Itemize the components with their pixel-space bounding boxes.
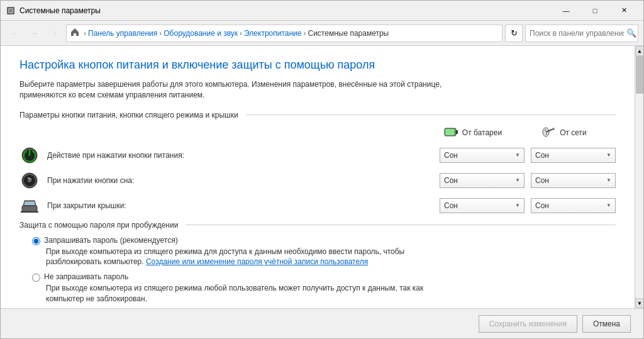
breadcrumb-control-panel[interactable]: Панель управления <box>88 29 157 38</box>
lid-close-label: При закрытии крышки: <box>47 201 440 210</box>
power-button-dropdowns: Сон ▼ Сон ▼ <box>440 148 616 163</box>
cancel-button[interactable]: Отмена <box>582 315 631 333</box>
lid-close-ac-dropdown[interactable]: Сон ▼ <box>531 198 616 213</box>
no-password-text: Не запрашивать пароль <box>44 272 128 281</box>
section2-label: Защита с помощью пароля при пробуждении <box>19 221 616 230</box>
main-area: Настройка кнопок питания и включение защ… <box>1 46 643 308</box>
scrollbar: ▲ ▼ <box>635 46 643 308</box>
content-area: Настройка кнопок питания и включение защ… <box>1 46 635 308</box>
window-icon <box>6 6 16 16</box>
dropdown-arrow: ▼ <box>515 152 520 158</box>
address-bar: ← → ↑ › Панель управления › Оборудование… <box>1 21 643 46</box>
power-button-icon <box>19 145 40 165</box>
dropdown-arrow: ▼ <box>606 152 611 158</box>
forward-button[interactable]: → <box>26 25 43 42</box>
sleep-button-icon <box>19 170 40 191</box>
ask-password-radio[interactable] <box>32 237 40 245</box>
close-button[interactable]: ✕ <box>609 1 638 21</box>
minimize-button[interactable]: — <box>552 1 580 21</box>
breadcrumb-current: Системные параметры <box>308 29 389 38</box>
no-password-label[interactable]: Не запрашивать пароль <box>32 272 616 282</box>
page-description: Выберите параметры завершения работы для… <box>19 79 472 101</box>
window: Системные параметры — □ ✕ ← → ↑ › Панель… <box>0 0 644 339</box>
refresh-button[interactable]: ↻ <box>505 25 523 42</box>
power-table-header: От батареи От сети <box>19 126 616 140</box>
search-box: 🔍 <box>525 25 638 42</box>
breadcrumb-bar: › Панель управления › Оборудование и зву… <box>66 25 502 42</box>
svg-rect-16 <box>22 206 37 212</box>
sleep-button-ac-dropdown[interactable]: Сон ▼ <box>531 173 616 188</box>
title-bar: Системные параметры — □ ✕ <box>1 1 643 21</box>
dropdown-arrow: ▼ <box>606 177 611 183</box>
ask-password-text: Запрашивать пароль (рекомендуется) <box>44 236 178 245</box>
window-controls: — □ ✕ <box>552 1 638 21</box>
power-button-battery-dropdown[interactable]: Сон ▼ <box>440 148 525 163</box>
ask-password-option: Запрашивать пароль (рекомендуется) При в… <box>32 236 616 268</box>
up-button[interactable]: ↑ <box>46 25 64 42</box>
scrollbar-thumb[interactable] <box>636 56 643 94</box>
lid-close-icon <box>19 196 40 216</box>
svg-rect-5 <box>445 129 454 135</box>
svg-point-15 <box>28 179 31 182</box>
bottom-bar: Сохранить изменения Отмена <box>1 308 643 338</box>
battery-icon <box>443 126 458 140</box>
ac-column-header: От сети <box>518 126 609 140</box>
svg-point-8 <box>552 128 555 130</box>
breadcrumb-home-icon <box>70 28 79 38</box>
power-button-row: Действие при нажатии кнопки питания: Сон… <box>19 145 616 165</box>
lid-close-dropdowns: Сон ▼ Сон ▼ <box>440 198 616 213</box>
lid-close-row: При закрытии крышки: Сон ▼ Сон ▼ <box>19 196 616 216</box>
sleep-button-battery-dropdown[interactable]: Сон ▼ <box>440 173 525 188</box>
section1-label: Параметры кнопки питания, кнопки спящего… <box>19 111 616 119</box>
scrollbar-track <box>635 56 643 298</box>
power-button-ac-dropdown[interactable]: Сон ▼ <box>531 148 616 163</box>
back-button[interactable]: ← <box>6 25 23 42</box>
svg-rect-4 <box>456 130 458 134</box>
no-password-desc: При выходе компьютера из спящего режима … <box>46 283 461 304</box>
ac-power-icon <box>541 126 556 140</box>
search-icon: 🔍 <box>626 28 636 38</box>
dropdown-arrow: ▼ <box>606 203 611 208</box>
scroll-up-button[interactable]: ▲ <box>635 46 643 56</box>
power-button-label: Действие при нажатии кнопки питания: <box>47 151 440 160</box>
no-password-radio[interactable] <box>32 274 40 282</box>
password-change-link[interactable]: Создание или изменение пароля учётной за… <box>146 257 368 266</box>
lid-close-battery-dropdown[interactable]: Сон ▼ <box>440 198 525 213</box>
svg-point-9 <box>545 130 546 131</box>
maximize-button[interactable]: □ <box>580 1 609 21</box>
ask-password-desc: При выходе компьютера из спящего режима … <box>46 247 461 268</box>
svg-point-2 <box>9 9 12 12</box>
window-title: Системные параметры <box>19 6 552 15</box>
svg-rect-17 <box>25 202 35 205</box>
dropdown-arrow: ▼ <box>515 177 520 183</box>
breadcrumb-hardware[interactable]: Оборудование и звук <box>164 29 238 38</box>
no-password-option: Не запрашивать пароль При выходе компьют… <box>32 272 616 304</box>
search-input[interactable] <box>530 29 624 38</box>
password-radio-group: Запрашивать пароль (рекомендуется) При в… <box>32 236 616 304</box>
sleep-button-label: При нажатии кнопки сна: <box>47 176 440 185</box>
sleep-button-dropdowns: Сон ▼ Сон ▼ <box>440 173 616 188</box>
svg-point-10 <box>546 133 547 135</box>
breadcrumb-power[interactable]: Электропитание <box>244 29 301 38</box>
page-title: Настройка кнопок питания и включение защ… <box>19 58 616 72</box>
sleep-button-row: При нажатии кнопки сна: Сон ▼ Сон ▼ <box>19 170 616 191</box>
battery-column-header: От батареи <box>427 126 518 140</box>
dropdown-arrow: ▼ <box>515 203 520 208</box>
scroll-down-button[interactable]: ▼ <box>635 298 643 308</box>
save-button[interactable]: Сохранить изменения <box>479 315 577 333</box>
ask-password-label[interactable]: Запрашивать пароль (рекомендуется) <box>32 236 616 245</box>
